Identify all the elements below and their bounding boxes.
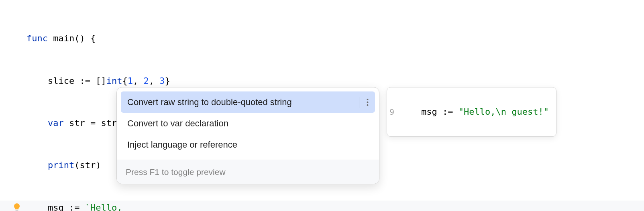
lightbulb-icon[interactable]: [13, 203, 20, 211]
intention-item-label: Convert raw string to double-quoted stri…: [127, 95, 292, 109]
intention-item-convert-raw-string[interactable]: Convert raw string to double-quoted stri…: [121, 91, 375, 113]
svg-point-4: [367, 104, 369, 106]
intention-item-label: Inject language or reference: [127, 138, 237, 152]
function-name: main: [53, 31, 74, 45]
popup-footer-hint: Press F1 to toggle preview: [117, 160, 379, 184]
code-line[interactable]: func main() {: [0, 31, 644, 45]
code-line-active[interactable]: msg := `Hello,: [0, 201, 644, 211]
svg-point-2: [367, 99, 369, 100]
svg-point-3: [367, 101, 369, 103]
keyword-func: func: [26, 31, 48, 45]
intention-item-convert-var[interactable]: Convert to var declaration: [121, 113, 375, 134]
code-line[interactable]: slice := []int{1, 2, 3}: [0, 74, 644, 88]
preview-line-number: 9: [389, 106, 394, 118]
intention-popup: Convert raw string to double-quoted stri…: [116, 87, 379, 184]
preview-panel: 9 msg := "Hello,\n guest!": [387, 87, 556, 137]
intention-item-inject-language[interactable]: Inject language or reference: [121, 134, 375, 155]
intention-item-label: Convert to var declaration: [127, 116, 228, 130]
more-options-icon[interactable]: [359, 97, 369, 108]
svg-rect-0: [16, 210, 18, 211]
